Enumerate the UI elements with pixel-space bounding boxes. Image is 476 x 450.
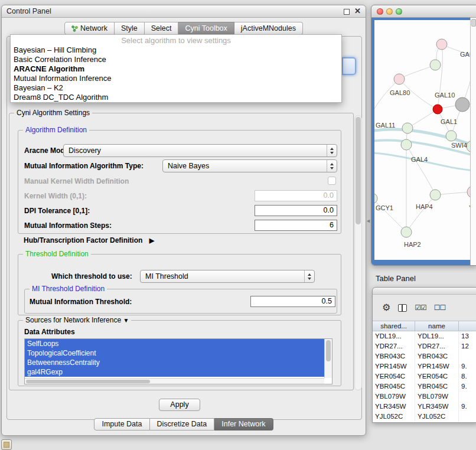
tab-infer-network[interactable]: Infer Network — [214, 418, 273, 431]
table-cell: 8. — [459, 371, 476, 381]
minimize-traffic-light-icon[interactable] — [386, 8, 393, 15]
network-canvas[interactable]: GAL8GAL80GAL10GAL11GAL1SWI4GAL4GCY1HAP4Y… — [374, 20, 470, 260]
column-header[interactable] — [459, 321, 476, 331]
table-toolbar: ⚙ ☑☑ ☐☐ — [373, 295, 476, 321]
algorithm-option[interactable]: Basic Correlation Inference — [11, 55, 341, 64]
manual-kernel-label: Manual Kernel Width Definition — [24, 177, 129, 185]
control-panel-window: Control Panel ✕ Network Style Select Cyn… — [1, 5, 366, 436]
attribute-item[interactable]: gal4RGexp — [25, 367, 324, 377]
mi-type-select[interactable]: Naive Bayes — [162, 159, 337, 172]
algorithm-option[interactable]: Bayesian – K2 — [11, 83, 341, 93]
network-node[interactable] — [402, 123, 413, 133]
group-title: MI Threshold Definition — [30, 285, 107, 294]
network-view-window: GAL8GAL80GAL10GAL11GAL1SWI4GAL4GCY1HAP4Y… — [371, 5, 476, 266]
network-node[interactable] — [401, 227, 412, 237]
algorithm-option[interactable]: ARACNE Algorithm — [11, 64, 341, 74]
mi-steps-field[interactable]: 6 — [255, 220, 337, 231]
titlebar[interactable]: Control Panel ✕ — [2, 5, 366, 18]
column-header[interactable]: name — [415, 321, 459, 331]
combo-arrows-icon — [327, 145, 337, 156]
table-cell: YLR345W — [415, 402, 459, 412]
zoom-traffic-light-icon[interactable] — [396, 8, 402, 15]
network-titlebar[interactable] — [371, 5, 476, 18]
columns-icon[interactable] — [398, 304, 407, 312]
table-cell: 9. — [459, 381, 476, 392]
table-row[interactable]: YDL19...YDL19...13 — [373, 331, 476, 341]
scrollbar-thumb[interactable] — [326, 340, 331, 361]
combo-arrows-icon — [327, 160, 337, 172]
algorithm-select-fragment[interactable] — [342, 57, 356, 75]
expand-icon[interactable]: ▶ — [149, 237, 154, 244]
tab-style[interactable]: Style — [115, 22, 145, 35]
table-cell: YJL052C — [415, 412, 459, 422]
table-row[interactable]: YPR145WYPR145W9. — [373, 361, 476, 371]
splitter-collapse-icon[interactable]: ◄ — [366, 218, 371, 224]
minimized-panel-glyph — [4, 442, 9, 448]
dpi-tolerance-field[interactable]: 0.0 — [255, 205, 337, 216]
network-node[interactable] — [455, 97, 470, 112]
network-node[interactable] — [394, 74, 405, 84]
network-graph[interactable]: GAL8GAL80GAL10GAL11GAL1SWI4GAL4GCY1HAP4Y… — [374, 20, 470, 260]
attribute-item[interactable]: BetweennessCentrality — [25, 358, 324, 367]
tab-network[interactable]: Network — [64, 22, 115, 35]
deselect-all-icon[interactable]: ☐☐ — [434, 304, 446, 311]
hub-definition-toggle[interactable]: Hub/Transcription Factor Definition ▶ — [24, 236, 154, 244]
gear-icon[interactable]: ⚙ — [382, 303, 390, 312]
combo-arrows-icon — [304, 270, 314, 282]
attribute-item[interactable]: TopologicalCoefficient — [25, 348, 324, 358]
tab-discretize-data[interactable]: Discretize Data — [150, 418, 215, 431]
algorithm-option[interactable]: Dream8 DC_TDC Algorithm — [11, 93, 341, 102]
table-row[interactable]: YBR045CYBR045C9. — [373, 381, 476, 392]
network-node[interactable] — [401, 139, 412, 150]
table-cell: YBR045C — [373, 381, 415, 392]
network-node[interactable] — [436, 39, 447, 50]
collapse-icon[interactable]: ▼ — [123, 317, 129, 324]
mi-threshold-label: Mutual Information Threshold: — [30, 298, 132, 306]
network-node[interactable] — [430, 60, 441, 70]
manual-kernel-checkbox[interactable] — [328, 177, 336, 185]
close-icon[interactable]: ✕ — [354, 6, 361, 15]
scrollbar-thumb[interactable] — [356, 117, 361, 224]
network-node[interactable] — [374, 193, 377, 204]
close-traffic-light-icon[interactable] — [377, 8, 383, 15]
attribute-item[interactable]: SelfLoops — [25, 339, 324, 348]
table-cell: YDL19... — [373, 331, 415, 341]
list-horizontal-scrollbar[interactable] — [25, 378, 324, 384]
tab-label: Style — [121, 24, 138, 32]
tab-select[interactable]: Select — [145, 22, 179, 35]
network-node[interactable] — [433, 105, 442, 114]
aracne-mode-select[interactable]: Discovery — [63, 144, 337, 157]
algorithm-option[interactable]: Bayesian – Hill Climbing — [11, 45, 341, 55]
select-all-icon[interactable]: ☑☑ — [415, 304, 426, 311]
algorithm-option[interactable]: Mutual Information Inference — [11, 74, 341, 83]
network-node[interactable] — [446, 131, 457, 141]
column-header[interactable]: shared... — [373, 321, 415, 331]
table-titlebar[interactable] — [373, 288, 476, 295]
apply-button[interactable]: Apply — [159, 399, 200, 411]
list-vertical-scrollbar[interactable] — [324, 339, 332, 378]
table-row[interactable]: YBR043CYBR043C — [373, 351, 476, 361]
tab-impute-data[interactable]: Impute Data — [94, 418, 149, 431]
float-window-icon[interactable] — [344, 9, 350, 15]
network-vertical-scrollbar[interactable] — [470, 18, 476, 265]
table-row[interactable]: YJL052CYJL052C — [373, 412, 476, 422]
scrollbar-thumb[interactable] — [471, 19, 476, 27]
table-cell: YJL052C — [373, 412, 415, 422]
minimized-panel-icon[interactable] — [1, 439, 12, 450]
table-row[interactable]: YER054CYER054C8. — [373, 371, 476, 381]
table-cell: YDR27... — [415, 341, 459, 351]
tab-jactivemnodules[interactable]: jActiveMNodules — [234, 22, 303, 35]
scrollbar-thumb[interactable] — [26, 380, 150, 383]
node-label: GAL11 — [376, 122, 395, 129]
table-row[interactable]: YLR345WYLR345W9. — [373, 402, 476, 412]
attribute-listbox[interactable]: SelfLoopsTopologicalCoefficientBetweenne… — [24, 338, 332, 384]
table-cell — [459, 392, 476, 402]
which-threshold-select[interactable]: MI Threshold — [140, 270, 315, 283]
settings-scrollbar[interactable] — [354, 115, 362, 390]
table-row[interactable]: YBL079WYBL079W — [373, 392, 476, 402]
mi-threshold-field[interactable]: 0.5 — [250, 296, 335, 307]
network-node[interactable] — [430, 190, 441, 200]
window-title: Control Panel — [6, 7, 51, 15]
table-row[interactable]: YDR27...YDR27...12 — [373, 341, 476, 351]
tab-cyni-toolbox[interactable]: Cyni Toolbox — [178, 22, 234, 35]
